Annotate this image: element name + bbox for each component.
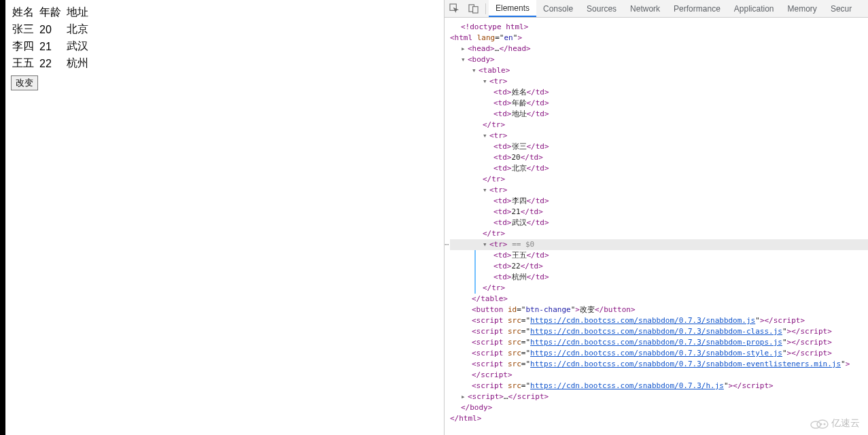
inspect-icon[interactable] <box>445 0 464 18</box>
cell-name: 李四 <box>12 39 38 54</box>
cell-name: 王五 <box>12 56 38 71</box>
dom-td[interactable]: <td>武汉</td> <box>450 218 868 228</box>
dom-td[interactable]: <td>张三</td> <box>450 141 868 152</box>
dom-tr-close[interactable]: </tr> <box>450 228 868 239</box>
dom-td[interactable]: <td>李四</td> <box>450 196 868 207</box>
dom-td[interactable]: <td>王五</td> <box>450 250 868 261</box>
cell-addr: 武汉 <box>67 39 92 54</box>
tab-sources[interactable]: Sources <box>580 0 623 17</box>
dom-head[interactable]: ▸<head>…</head> <box>450 44 868 54</box>
dom-script[interactable]: <script src="https://cdn.bootcss.com/sna… <box>450 337 868 348</box>
watermark-text: 亿速云 <box>831 417 860 430</box>
dom-body-close[interactable]: </body> <box>450 402 868 413</box>
cell-age: 22 <box>39 56 65 71</box>
table-row: 李四 21 武汉 <box>12 39 92 54</box>
dom-tr-open[interactable]: ▾<tr> <box>450 130 868 141</box>
dom-script[interactable]: <script src="https://cdn.bootcss.com/sna… <box>450 326 868 337</box>
data-table: 姓名 年龄 地址 张三 20 北京 李四 21 武汉 王五 22 杭州 <box>11 3 94 73</box>
dom-table-open[interactable]: ▾<table> <box>450 65 868 76</box>
dom-button[interactable]: <button id="btn-change">改变</button> <box>450 304 868 315</box>
tab-application[interactable]: Application <box>727 0 781 17</box>
svg-point-4 <box>817 420 828 428</box>
svg-point-6 <box>824 423 826 425</box>
table-header-row: 姓名 年龄 地址 <box>12 5 92 20</box>
dom-td[interactable]: <td>21</td> <box>450 207 868 218</box>
table-row: 王五 22 杭州 <box>12 56 92 71</box>
dom-script[interactable]: <script src="https://cdn.bootcss.com/sna… <box>450 348 868 359</box>
devtools-tabs: Elements Console Sources Network Perform… <box>489 0 858 17</box>
dom-script[interactable]: <script src="https://cdn.bootcss.com/sna… <box>450 359 868 370</box>
dom-tr-close[interactable]: </tr> <box>450 174 868 185</box>
page-content: 姓名 年龄 地址 张三 20 北京 李四 21 武汉 王五 22 杭州 改变 <box>5 0 444 435</box>
dom-body-open[interactable]: ▾<body> <box>450 54 868 65</box>
dom-html-open[interactable]: <html lang="en"> <box>450 33 868 44</box>
cloud-icon <box>810 418 829 429</box>
dom-script[interactable]: <script src="https://cdn.bootcss.com/sna… <box>450 381 868 392</box>
table-row: 张三 20 北京 <box>12 22 92 37</box>
dom-tree[interactable]: <!doctype html> <html lang="en"> ▸<head>… <box>445 18 868 435</box>
header-cell: 年龄 <box>39 5 65 20</box>
dom-td[interactable]: <td>20</td> <box>450 152 868 163</box>
tab-network[interactable]: Network <box>623 0 667 17</box>
device-toggle-icon[interactable] <box>464 0 483 18</box>
svg-rect-2 <box>472 7 478 13</box>
left-border <box>0 0 5 435</box>
dom-tr-open[interactable]: ▾<tr> <box>450 185 868 196</box>
dom-tr-close[interactable]: </tr> <box>450 120 868 130</box>
change-button[interactable]: 改变 <box>11 75 38 90</box>
dom-td[interactable]: <td>姓名</td> <box>450 87 868 98</box>
cell-age: 20 <box>39 22 65 37</box>
cell-addr: 北京 <box>67 22 92 37</box>
dom-td[interactable]: <td>北京</td> <box>450 163 868 174</box>
dom-td[interactable]: <td>地址</td> <box>450 109 868 120</box>
toolbar-separator <box>485 3 486 14</box>
dom-tr-close[interactable]: </tr> <box>450 283 868 294</box>
dom-script-close[interactable]: </script> <box>450 370 868 381</box>
dom-td[interactable]: <td>杭州</td> <box>450 272 868 283</box>
devtools-toolbar: Elements Console Sources Network Perform… <box>445 0 868 18</box>
tab-console[interactable]: Console <box>536 0 580 17</box>
svg-point-5 <box>820 423 822 425</box>
dom-td[interactable]: <td>年龄</td> <box>450 98 868 109</box>
dom-td[interactable]: <td>22</td> <box>450 261 868 272</box>
cell-age: 21 <box>39 39 65 54</box>
dom-script-collapsed[interactable]: ▸<script>…</script> <box>450 392 868 402</box>
dom-doctype[interactable]: <!doctype html> <box>450 22 868 33</box>
tab-elements[interactable]: Elements <box>489 0 536 17</box>
dom-tr-selected[interactable]: ▾<tr> == $0 <box>450 239 868 250</box>
tab-performance[interactable]: Performance <box>667 0 727 17</box>
tab-security[interactable]: Secur <box>824 0 858 17</box>
dom-script[interactable]: <script src="https://cdn.bootcss.com/sna… <box>450 315 868 326</box>
dom-tr-open[interactable]: ▾<tr> <box>450 76 868 87</box>
cell-addr: 杭州 <box>67 56 92 71</box>
watermark: 亿速云 <box>810 417 860 430</box>
header-cell: 姓名 <box>12 5 38 20</box>
header-cell: 地址 <box>67 5 92 20</box>
dom-table-close[interactable]: </table> <box>450 294 868 304</box>
devtools-panel: Elements Console Sources Network Perform… <box>444 0 868 435</box>
tab-memory[interactable]: Memory <box>781 0 824 17</box>
cell-name: 张三 <box>12 22 38 37</box>
dom-html-close[interactable]: </html> <box>450 413 868 424</box>
